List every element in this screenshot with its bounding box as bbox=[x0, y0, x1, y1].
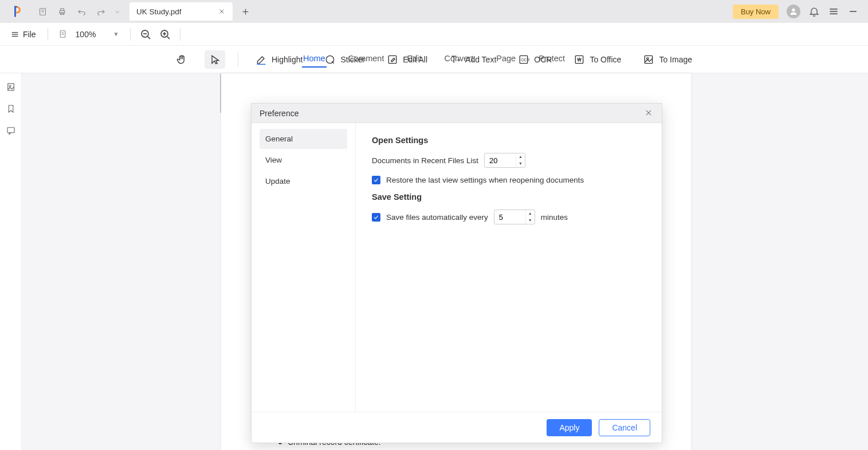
svg-point-10 bbox=[792, 9, 795, 11]
spinner-up-icon[interactable]: ▲ bbox=[516, 153, 525, 160]
dialog-sidebar: General View Update bbox=[252, 123, 356, 412]
tab-title: UK Study.pdf bbox=[136, 7, 182, 16]
dialog-close-icon[interactable] bbox=[645, 109, 654, 118]
open-settings-title: Open Settings bbox=[372, 136, 646, 145]
apply-button[interactable]: Apply bbox=[547, 419, 592, 436]
menubar: Home Comment Edit Convert Page Protect bbox=[0, 50, 868, 68]
restore-view-row: Restore the last view settings when reop… bbox=[372, 176, 646, 184]
restore-view-label: Restore the last view settings when reop… bbox=[386, 176, 584, 184]
zoom-in-icon[interactable] bbox=[158, 27, 172, 41]
left-rail bbox=[0, 73, 22, 450]
filestrip: File 100% ▼ bbox=[0, 23, 868, 46]
recent-files-row: Documents in Recent Files List ▲ ▼ bbox=[372, 153, 646, 168]
preference-dialog: Preference General View Update Open Sett… bbox=[251, 103, 662, 443]
divider bbox=[180, 28, 180, 41]
spinner-up-icon[interactable]: ▲ bbox=[526, 210, 535, 217]
bell-icon[interactable] bbox=[808, 6, 820, 17]
thumbnails-icon[interactable] bbox=[5, 81, 17, 93]
recent-files-spinner[interactable]: ▲ ▼ bbox=[484, 153, 525, 168]
buy-now-button[interactable]: Buy Now bbox=[733, 5, 779, 19]
bookmark-icon[interactable] bbox=[5, 103, 17, 115]
svg-rect-18 bbox=[60, 31, 65, 37]
autosave-prefix: Save files automatically every bbox=[386, 213, 488, 222]
undo-icon[interactable] bbox=[74, 5, 88, 18]
spinner-arrows: ▲ ▼ bbox=[516, 153, 525, 167]
dialog-title-text: Preference bbox=[260, 109, 299, 118]
page-view-icon[interactable] bbox=[56, 27, 70, 41]
dialog-footer: Apply Cancel bbox=[252, 412, 662, 443]
recent-files-input[interactable] bbox=[485, 156, 516, 165]
new-tab-icon[interactable] bbox=[238, 5, 252, 18]
menu-page[interactable]: Page bbox=[495, 50, 517, 68]
autosave-checkbox[interactable] bbox=[372, 213, 380, 222]
svg-rect-35 bbox=[7, 84, 14, 90]
tab-close-icon[interactable] bbox=[218, 7, 226, 15]
autosave-suffix: minutes bbox=[541, 213, 568, 222]
print-icon[interactable] bbox=[55, 5, 69, 18]
svg-point-36 bbox=[9, 85, 11, 87]
zoom-caret-icon[interactable]: ▼ bbox=[113, 31, 119, 37]
svg-line-23 bbox=[148, 37, 150, 39]
zoom-value[interactable]: 100% bbox=[76, 30, 110, 39]
svg-line-27 bbox=[167, 37, 170, 39]
autosave-spinner[interactable]: ▲ ▼ bbox=[494, 210, 535, 224]
menu-edit[interactable]: Edit bbox=[406, 50, 422, 68]
file-menu[interactable]: File bbox=[7, 30, 40, 39]
divider bbox=[48, 28, 48, 41]
sidebar-item-general[interactable]: General bbox=[260, 129, 347, 149]
save-icon[interactable] bbox=[36, 5, 49, 18]
autosave-input[interactable] bbox=[494, 213, 525, 222]
titlebar: UK Study.pdf Buy Now bbox=[0, 0, 868, 23]
cancel-button[interactable]: Cancel bbox=[599, 419, 650, 436]
save-settings-title: Save Setting bbox=[372, 192, 646, 202]
titlebar-right: Buy Now bbox=[733, 5, 863, 19]
user-avatar-icon[interactable] bbox=[787, 5, 800, 18]
spinner-down-icon[interactable]: ▼ bbox=[526, 217, 535, 224]
svg-rect-4 bbox=[60, 8, 64, 10]
spinner-arrows: ▲ ▼ bbox=[525, 210, 535, 224]
quick-access-group bbox=[36, 5, 121, 18]
sidebar-item-update[interactable]: Update bbox=[260, 171, 347, 191]
app-logo bbox=[11, 5, 24, 18]
dialog-body: General View Update Open Settings Docume… bbox=[252, 123, 662, 412]
dialog-titlebar: Preference bbox=[252, 104, 662, 123]
redo-icon[interactable] bbox=[94, 5, 108, 18]
hamburger-icon[interactable] bbox=[828, 6, 839, 17]
restore-view-checkbox[interactable] bbox=[372, 176, 380, 184]
divider bbox=[130, 28, 131, 41]
zoom-out-icon[interactable] bbox=[139, 27, 152, 41]
autosave-row: Save files automatically every ▲ ▼ minut… bbox=[372, 210, 646, 224]
svg-rect-37 bbox=[7, 128, 14, 133]
sidebar-item-view[interactable]: View bbox=[260, 150, 347, 170]
menu-protect[interactable]: Protect bbox=[537, 50, 566, 68]
menu-home[interactable]: Home bbox=[302, 50, 327, 68]
menu-convert[interactable]: Convert bbox=[443, 50, 474, 68]
recent-files-label: Documents in Recent Files List bbox=[372, 156, 478, 165]
document-tab[interactable]: UK Study.pdf bbox=[129, 2, 233, 21]
menu-comment[interactable]: Comment bbox=[347, 50, 386, 68]
minimize-icon[interactable] bbox=[847, 6, 859, 17]
comments-icon[interactable] bbox=[5, 125, 17, 136]
dialog-main: Open Settings Documents in Recent Files … bbox=[356, 123, 662, 412]
file-label: File bbox=[23, 30, 36, 39]
spinner-down-icon[interactable]: ▼ bbox=[516, 160, 525, 167]
quick-access-more-icon[interactable] bbox=[113, 5, 121, 18]
